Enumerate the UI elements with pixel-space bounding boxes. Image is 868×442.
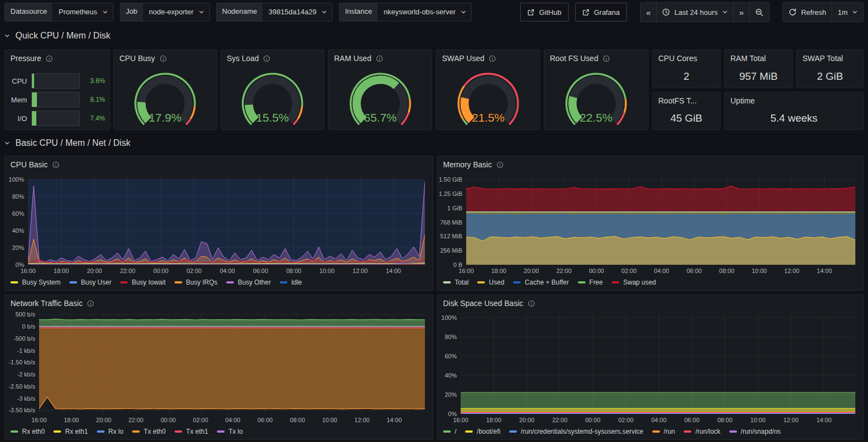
- chart-legend: Rx eth0Rx eth1Rx loTx eth0Tx eth1Tx lo: [10, 425, 428, 438]
- stat-value: 957 MiB: [725, 70, 792, 83]
- legend-label: /run/lock: [695, 428, 720, 435]
- section-title: Basic CPU / Mem / Net / Disk: [15, 138, 130, 148]
- info-icon[interactable]: [87, 300, 94, 307]
- info-icon[interactable]: [489, 55, 496, 62]
- legend-item[interactable]: Tx eth0: [132, 428, 166, 435]
- variable-value-dropdown[interactable]: Prometheus: [52, 3, 112, 21]
- legend-label: Total: [455, 279, 468, 286]
- chart-plot-area[interactable]: [466, 175, 855, 265]
- panel-stat-rootfs-t-: RootFS T...45 GiB: [652, 92, 720, 130]
- pressure-bar-fill: [32, 74, 34, 88]
- legend-item[interactable]: Tx eth1: [174, 428, 208, 435]
- time-shift-back-button[interactable]: «: [641, 3, 657, 21]
- legend-item[interactable]: /run/lock: [684, 428, 720, 435]
- legend-item[interactable]: Cache + Buffer: [513, 279, 569, 286]
- legend-item[interactable]: Busy User: [69, 279, 111, 286]
- panel-gauge-ram-used: RAM Used65.7%: [328, 50, 432, 130]
- legend-item[interactable]: /boot/efi: [465, 428, 500, 435]
- pressure-bar-gauge: [31, 92, 80, 107]
- legend-color-dash: [217, 430, 225, 433]
- legend-item[interactable]: Busy System: [10, 279, 61, 286]
- legend-item[interactable]: Tx lo: [217, 428, 243, 435]
- info-icon[interactable]: [376, 55, 383, 62]
- chevron-down-icon: [461, 9, 466, 15]
- time-range-picker[interactable]: Last 24 hours: [657, 3, 734, 21]
- legend-item[interactable]: /run: [652, 428, 675, 435]
- legend-item[interactable]: Rx lo: [97, 428, 123, 435]
- x-axis-label: 22:00: [120, 268, 135, 274]
- legend-item[interactable]: Free: [578, 279, 603, 286]
- section-header-quick[interactable]: Quick CPU / Mem / Disk: [4, 29, 110, 43]
- legend-color-dash: [465, 430, 473, 433]
- section-header-basic[interactable]: Basic CPU / Mem / Net / Disk: [4, 136, 130, 150]
- legend-item[interactable]: /: [443, 428, 456, 435]
- chart-plot-area[interactable]: [39, 314, 425, 414]
- x-axis-label: 20:00: [96, 417, 112, 423]
- x-axis-label: 08:00: [717, 417, 733, 423]
- variable-value-dropdown[interactable]: node-exporter: [143, 3, 209, 21]
- x-axis-label: 22:00: [556, 268, 572, 274]
- y-axis-label: -1 kb/s: [17, 347, 35, 354]
- pressure-value: 7.4%: [84, 114, 105, 122]
- x-axis-label: 00:00: [154, 268, 169, 274]
- panel-pressure: PressureCPU3.6%Mem8.1%I/O7.4%: [4, 50, 110, 130]
- legend-item[interactable]: Used: [477, 279, 504, 286]
- template-variables: DatasourcePrometheusJobnode-exporterNode…: [4, 3, 472, 21]
- gauge: 15.5%: [221, 68, 324, 128]
- variable-value-dropdown[interactable]: 39815da14a29: [263, 3, 332, 21]
- time-controls: «Last 24 hours»: [640, 2, 769, 22]
- x-axis-label: 04:00: [225, 417, 241, 423]
- pressure-bar-fill: [32, 111, 36, 125]
- info-icon[interactable]: [263, 55, 270, 62]
- info-icon[interactable]: [528, 300, 535, 307]
- info-icon[interactable]: [160, 55, 167, 62]
- chevron-down-icon: [321, 9, 327, 15]
- info-icon[interactable]: [52, 161, 59, 168]
- legend-item[interactable]: Busy Iowait: [120, 279, 165, 286]
- legend-item[interactable]: Rx eth0: [10, 428, 45, 435]
- panel-title: Sys Load: [227, 54, 259, 63]
- legend-item[interactable]: /run/credentials/systemd-sysusers.servic…: [509, 428, 643, 435]
- x-axis-label: 10:00: [752, 268, 767, 274]
- link-button-grafana[interactable]: Grafana: [575, 3, 627, 21]
- info-icon[interactable]: [603, 55, 610, 62]
- legend-label: Swap used: [623, 279, 656, 286]
- chart-plot-area[interactable]: [461, 314, 855, 414]
- legend-item[interactable]: Total: [443, 279, 468, 286]
- x-axis-label: 16:00: [453, 417, 468, 423]
- refresh-button[interactable]: Refresh: [783, 3, 832, 21]
- y-axis-label: 512 MiB: [440, 233, 462, 239]
- refresh-interval-dropdown[interactable]: 1m: [832, 3, 863, 21]
- legend-item[interactable]: Rx eth1: [53, 428, 88, 435]
- time-shift-forward-button[interactable]: »: [734, 3, 750, 21]
- x-axis-label: 04:00: [220, 268, 235, 274]
- stat-value: 2 GiB: [797, 70, 863, 83]
- legend-color-dash: [174, 281, 182, 283]
- zoom-out-button[interactable]: [750, 3, 769, 21]
- y-axis-label: 60%: [12, 210, 24, 217]
- x-axis-label: 12:00: [784, 268, 800, 274]
- chart-plot-area[interactable]: [28, 175, 425, 265]
- info-icon[interactable]: [496, 161, 504, 168]
- pressure-value: 3.6%: [84, 77, 105, 85]
- variable-value-dropdown[interactable]: nkeysworld-obs-server: [378, 3, 471, 21]
- legend-label: /: [455, 428, 456, 435]
- legend-color-dash: [120, 281, 128, 283]
- legend-label: Free: [589, 279, 603, 286]
- panel-memory-basic: Memory Basic0 B256 MiB512 MiB768 MiB1 Gi…: [437, 156, 864, 291]
- y-axis: 500 b/s0 b/s-500 b/s-1 kb/s-1.50 kb/s-2 …: [5, 314, 35, 414]
- legend-item[interactable]: Busy Other: [226, 279, 271, 286]
- info-icon[interactable]: [46, 55, 53, 62]
- x-axis-label: 20:00: [519, 417, 534, 423]
- panel-title: Root FS Used: [550, 54, 598, 63]
- chevron-down-icon: [102, 9, 108, 15]
- chart-legend: TotalUsedCache + BufferFreeSwap used: [443, 276, 859, 289]
- legend-item[interactable]: Idle: [280, 279, 302, 286]
- gauge-value: 22.5%: [580, 111, 613, 124]
- legend-item[interactable]: /run/snapd/ns: [729, 428, 781, 435]
- x-axis-label: 18:00: [491, 268, 506, 274]
- legend-item[interactable]: Swap used: [612, 279, 656, 286]
- link-button-github[interactable]: GitHub: [520, 3, 568, 21]
- panel-stat-uptime: Uptime5.4 weeks: [724, 92, 864, 130]
- legend-item[interactable]: Busy IRQs: [174, 279, 217, 286]
